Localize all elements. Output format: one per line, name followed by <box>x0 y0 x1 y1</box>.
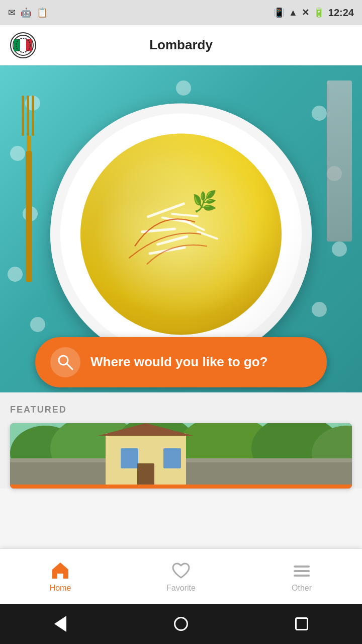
favorite-label: Favorite <box>166 584 196 593</box>
fork-icon <box>18 96 40 287</box>
heart-icon <box>171 560 191 581</box>
android-navigation-bar <box>0 604 362 644</box>
status-bar: ✉ 🤖 📋 📳 ▲ ✕ 🔋 12:24 <box>0 0 362 25</box>
svg-line-11 <box>67 364 72 369</box>
nav-item-other[interactable]: Other <box>241 560 362 593</box>
home-button[interactable] <box>168 611 194 636</box>
home-circle-icon <box>174 617 188 631</box>
svg-rect-28 <box>294 566 310 568</box>
svg-rect-5 <box>22 96 24 136</box>
wifi-icon: ▲ <box>289 8 298 18</box>
search-text: Where would you like to go? <box>90 354 267 371</box>
status-icons-left: ✉ 🤖 📋 <box>8 7 48 18</box>
hero-image: 🌿 Where would you like to go? <box>0 65 362 392</box>
svg-rect-8 <box>27 136 31 151</box>
back-icon <box>54 616 66 632</box>
nav-item-favorite[interactable]: Favorite <box>121 560 241 593</box>
featured-card[interactable] <box>10 423 352 489</box>
status-time: 12:24 <box>328 7 354 19</box>
svg-rect-24 <box>163 448 181 468</box>
featured-label: FEATURED <box>10 405 352 415</box>
home-label: Home <box>50 584 71 593</box>
status-icons-right: 📳 ▲ ✕ 🔋 12:24 <box>274 7 354 19</box>
home-icon <box>50 560 70 581</box>
clipboard-icon: 📋 <box>37 7 48 18</box>
other-label: Other <box>292 584 312 593</box>
android-icon: 🤖 <box>21 7 32 18</box>
svg-rect-26 <box>10 485 352 489</box>
svg-rect-9 <box>26 151 32 282</box>
grater <box>327 80 352 242</box>
nav-item-home[interactable]: Home <box>0 560 121 593</box>
svg-marker-27 <box>52 562 68 579</box>
bottom-navigation: Home Favorite Other <box>0 548 362 604</box>
saffron <box>111 174 231 294</box>
svg-rect-2 <box>20 39 26 51</box>
app-bar: Lombardy <box>0 25 362 65</box>
svg-rect-29 <box>294 570 310 572</box>
recents-button[interactable] <box>289 611 314 636</box>
menu-icon <box>292 560 312 581</box>
search-icon <box>56 353 74 371</box>
search-bar[interactable]: Where would you like to go? <box>35 337 327 387</box>
featured-image <box>10 423 352 489</box>
search-icon-circle <box>50 347 80 377</box>
recents-icon <box>295 617 308 630</box>
app-logo[interactable] <box>10 32 36 58</box>
svg-rect-7 <box>32 96 34 136</box>
vibrate-icon: 📳 <box>274 7 285 18</box>
page-title: Lombardy <box>36 37 326 53</box>
plate: 🌿 <box>50 103 312 365</box>
email-icon: ✉ <box>8 7 16 18</box>
svg-rect-23 <box>121 448 138 468</box>
risotto: 🌿 <box>80 133 282 335</box>
content-area: FEATURED <box>0 392 362 489</box>
svg-rect-3 <box>26 39 32 51</box>
battery-icon: 🔋 <box>313 7 324 18</box>
svg-rect-6 <box>27 96 29 136</box>
signal-icon: ✕ <box>302 7 309 18</box>
svg-rect-30 <box>294 575 310 577</box>
back-button[interactable] <box>48 611 73 636</box>
hero-background: 🌿 Where would you like to go? <box>0 65 362 392</box>
